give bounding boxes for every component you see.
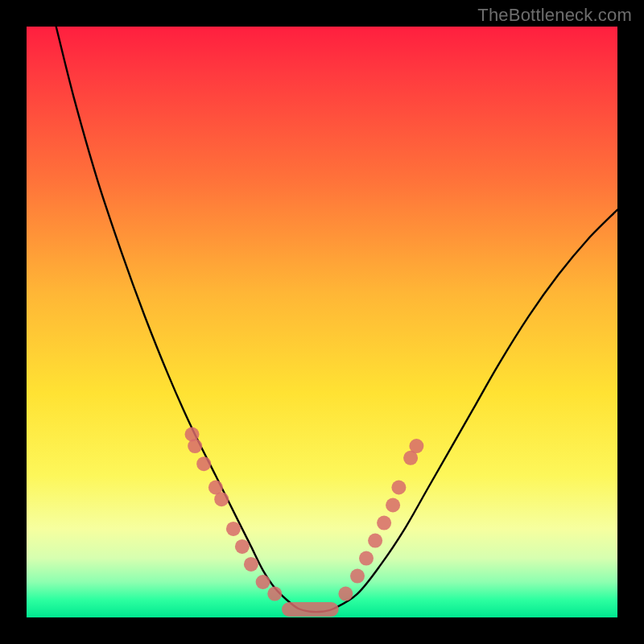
highlight-markers-left	[185, 427, 283, 601]
highlight-marker	[386, 498, 400, 513]
highlight-marker	[377, 516, 391, 530]
highlight-marker	[350, 569, 365, 584]
bottleneck-curve	[56, 27, 617, 612]
highlight-marker	[188, 439, 202, 453]
highlight-marker	[196, 456, 211, 471]
chart-frame: TheBottleneck.com	[0, 0, 644, 644]
highlight-marker	[368, 534, 382, 548]
highlight-marker	[359, 551, 374, 566]
curve-svg	[27, 27, 617, 617]
highlight-marker	[391, 481, 406, 495]
minimum-pill	[282, 602, 339, 617]
highlight-marker	[226, 522, 241, 536]
highlight-marker	[256, 575, 270, 589]
watermark-text: TheBottleneck.com	[477, 5, 632, 26]
highlight-marker	[409, 439, 423, 453]
highlight-marker	[267, 587, 282, 601]
highlight-marker	[235, 539, 250, 554]
highlight-marker	[244, 557, 258, 572]
highlight-marker	[338, 587, 353, 601]
plot-area	[27, 27, 617, 617]
highlight-marker	[214, 492, 229, 506]
